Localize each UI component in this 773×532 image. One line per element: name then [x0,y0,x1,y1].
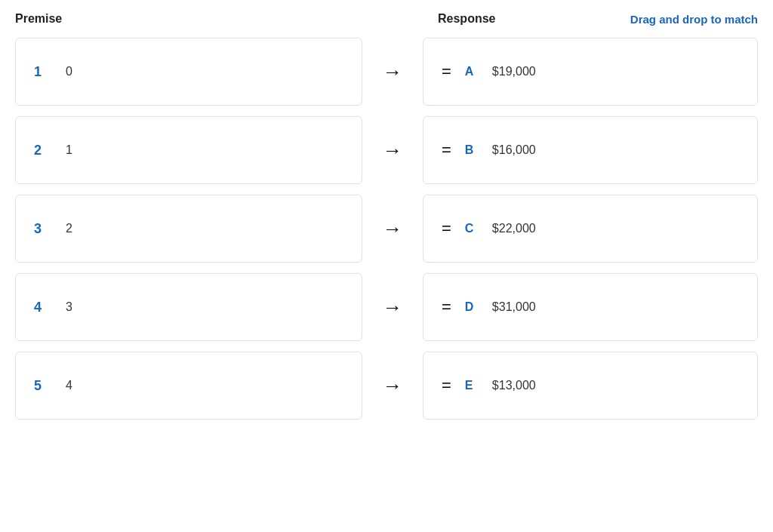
header-drag: Drag and drop to match [630,13,758,26]
premise-card-2[interactable]: 2 1 [15,116,362,184]
response-value-3: $22,000 [492,222,536,235]
response-letter-3: C [465,222,477,235]
arrow-icon-4: → [362,296,423,319]
equals-icon-2: = [442,140,450,160]
match-row[interactable]: 2 1 → = B $16,000 [15,116,758,184]
header-premise: Premise [15,12,362,26]
premise-value-5: 4 [66,379,72,392]
premise-value-1: 0 [66,65,72,78]
response-card-3[interactable]: = C $22,000 [423,195,758,263]
premise-card-4[interactable]: 4 3 [15,273,362,341]
response-value-1: $19,000 [492,65,536,78]
header-row: Premise Response Drag and drop to match [15,12,758,26]
response-card-5[interactable]: = E $13,000 [423,352,758,420]
arrow-icon-3: → [362,217,423,241]
match-row[interactable]: 5 4 → = E $13,000 [15,352,758,420]
premise-number-2: 2 [34,143,48,158]
premise-number-3: 3 [34,221,48,237]
premise-card-3[interactable]: 3 2 [15,195,362,263]
match-rows-container: 1 0 → = A $19,000 2 1 → = B $16,000 3 2 … [15,38,758,420]
premise-number-4: 4 [34,300,48,315]
response-card-4[interactable]: = D $31,000 [423,273,758,341]
response-value-5: $13,000 [492,379,536,392]
response-letter-2: B [465,143,477,157]
premise-card-1[interactable]: 1 0 [15,38,362,106]
premise-card-5[interactable]: 5 4 [15,352,362,420]
response-card-2[interactable]: = B $16,000 [423,116,758,184]
match-row[interactable]: 4 3 → = D $31,000 [15,273,758,341]
response-card-1[interactable]: = A $19,000 [423,38,758,106]
premise-value-4: 3 [66,300,72,314]
equals-icon-1: = [442,62,450,81]
arrow-icon-2: → [362,139,423,162]
premise-number-5: 5 [34,378,48,394]
equals-icon-5: = [442,376,450,395]
match-row[interactable]: 3 2 → = C $22,000 [15,195,758,263]
equals-icon-3: = [442,219,450,238]
equals-icon-4: = [442,297,450,317]
premise-value-2: 1 [66,143,72,157]
response-value-2: $16,000 [492,143,536,157]
premise-value-3: 2 [66,222,72,235]
response-letter-4: D [465,300,477,314]
response-value-4: $31,000 [492,300,536,314]
response-letter-5: E [465,379,477,392]
header-response: Response [423,12,630,26]
response-letter-1: A [465,65,477,78]
arrow-icon-5: → [362,374,423,398]
arrow-icon-1: → [362,60,423,84]
match-row[interactable]: 1 0 → = A $19,000 [15,38,758,106]
premise-number-1: 1 [34,64,48,80]
